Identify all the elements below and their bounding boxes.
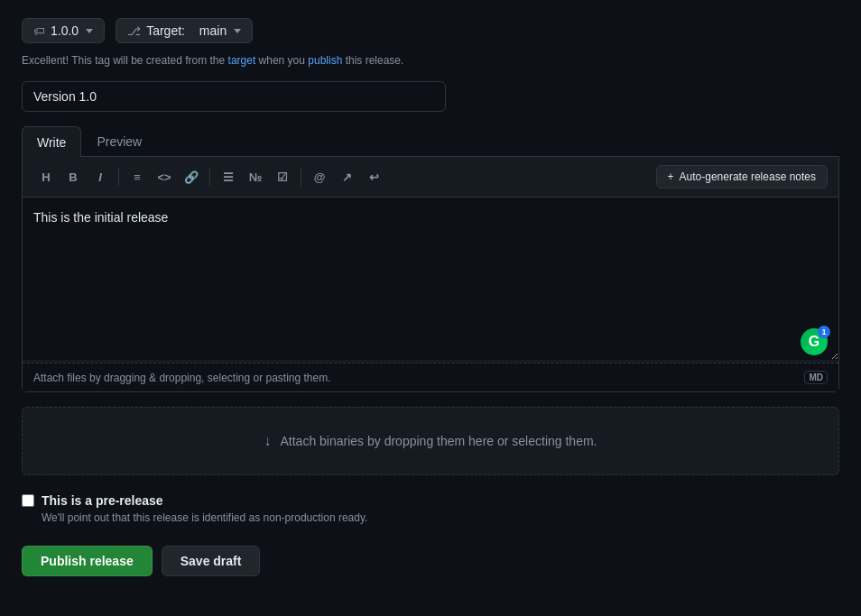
binaries-text: Attach binaries by dropping them here or… [281, 434, 597, 448]
grammarly-badge: 1 [818, 326, 830, 338]
link-button[interactable]: 🔗 [179, 164, 204, 189]
mention-button[interactable]: @ [307, 164, 332, 189]
binaries-drop-area[interactable]: ↓ Attach binaries by dropping them here … [22, 407, 839, 475]
code-button[interactable]: <> [152, 164, 177, 189]
publish-release-button[interactable]: Publish release [22, 546, 153, 576]
tag-label: 1.0.0 [51, 23, 79, 38]
save-draft-button[interactable]: Save draft [162, 546, 261, 576]
target-link[interactable]: target [228, 54, 256, 67]
target-selector-button[interactable]: ⎇ Target: main [116, 18, 253, 43]
quote-button[interactable]: ≡ [125, 164, 150, 189]
target-chevron-icon [234, 29, 241, 33]
pre-release-description: We'll point out that this release is ide… [22, 511, 839, 524]
publish-link[interactable]: publish [308, 54, 342, 67]
pre-release-checkbox[interactable] [22, 494, 34, 507]
editor-toolbar: H B I ≡ <> 🔗 ☰ № ☑ @ ↗ ↩ + Auto-generate… [23, 157, 838, 198]
grammarly-widget: G 1 [801, 325, 831, 355]
target-branch-label: main [199, 23, 227, 38]
branch-icon: ⎇ [127, 24, 141, 38]
auto-generate-button[interactable]: + Auto-generate release notes [656, 165, 828, 188]
auto-generate-label: Auto-generate release notes [680, 170, 816, 183]
pre-release-section: This is a pre-release We'll point out th… [22, 493, 839, 524]
info-text: Excellent! This tag will be created from… [22, 54, 839, 67]
action-buttons: Publish release Save draft [22, 546, 839, 576]
tab-write[interactable]: Write [22, 126, 81, 157]
grammarly-circle: G 1 [801, 328, 828, 355]
grammarly-letter: G [809, 334, 819, 350]
undo-button[interactable]: ↩ [361, 164, 386, 189]
plus-icon: + [668, 170, 674, 183]
textarea-wrapper: This is the initial release G 1 [23, 198, 838, 363]
tab-preview[interactable]: Preview [81, 126, 157, 156]
attach-files-area[interactable]: Attach files by dragging & dropping, sel… [23, 363, 838, 391]
ordered-list-button[interactable]: № [243, 164, 268, 189]
task-list-button[interactable]: ☑ [270, 164, 295, 189]
release-title-input[interactable] [22, 81, 446, 112]
tag-chevron-icon [86, 29, 93, 33]
attach-files-text: Attach files by dragging & dropping, sel… [33, 372, 331, 384]
reference-button[interactable]: ↗ [334, 164, 359, 189]
top-controls-row: 🏷 1.0.0 ⎇ Target: main [22, 18, 839, 43]
release-notes-textarea[interactable]: This is the initial release [23, 198, 838, 360]
toolbar-sep-3 [301, 168, 301, 186]
tag-icon: 🏷 [33, 24, 45, 38]
toolbar-sep-2 [209, 168, 210, 186]
unordered-list-button[interactable]: ☰ [216, 164, 241, 189]
pre-release-label[interactable]: This is a pre-release [22, 493, 839, 508]
target-prefix-label: Target: [146, 23, 185, 38]
editor-tabs: Write Preview [22, 126, 839, 157]
bold-button[interactable]: B [60, 164, 86, 189]
toolbar-sep-1 [118, 168, 119, 186]
tag-selector-button[interactable]: 🏷 1.0.0 [22, 18, 105, 43]
pre-release-label-text: This is a pre-release [42, 493, 163, 508]
heading-button[interactable]: H [33, 164, 59, 189]
download-arrow-icon: ↓ [264, 433, 272, 449]
markdown-badge: MD [804, 371, 828, 384]
editor-container: H B I ≡ <> 🔗 ☰ № ☑ @ ↗ ↩ + Auto-generate… [22, 157, 839, 392]
italic-button[interactable]: I [88, 164, 113, 189]
